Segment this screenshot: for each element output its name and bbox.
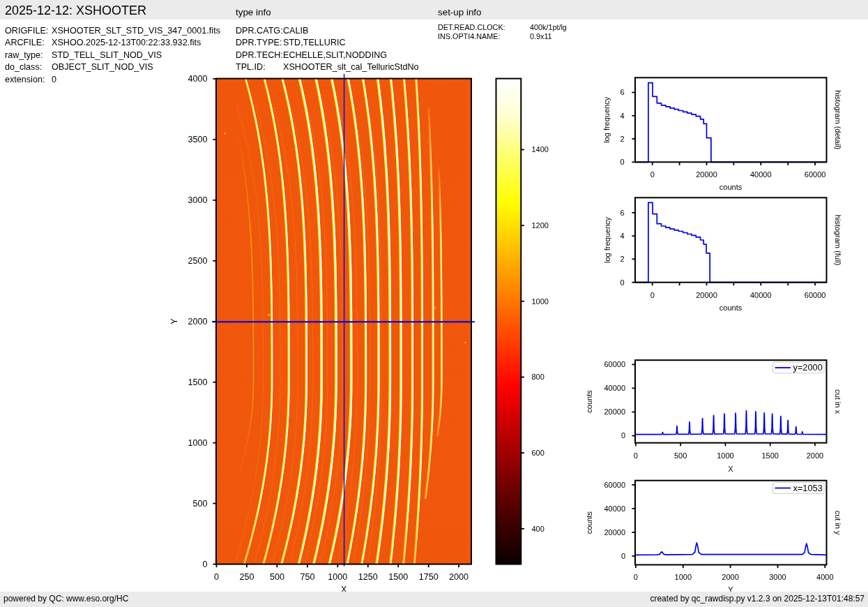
svg-text:x=1053: x=1053 xyxy=(793,483,823,493)
svg-text:600: 600 xyxy=(532,449,545,457)
svg-text:500: 500 xyxy=(270,572,284,582)
svg-text:2000: 2000 xyxy=(449,572,469,582)
svg-text:4000: 4000 xyxy=(188,74,207,84)
svg-text:counts: counts xyxy=(719,304,743,312)
svg-text:3000: 3000 xyxy=(188,195,207,205)
svg-text:1000: 1000 xyxy=(675,573,692,581)
svg-text:cut in y: cut in y xyxy=(834,511,842,535)
svg-text:1250: 1250 xyxy=(358,572,378,582)
svg-text:2000: 2000 xyxy=(807,451,823,460)
svg-text:histogram (detail): histogram (detail) xyxy=(834,90,842,149)
svg-text:400: 400 xyxy=(532,525,545,533)
svg-text:0: 0 xyxy=(650,291,655,299)
svg-text:6: 6 xyxy=(620,209,624,217)
svg-text:2000: 2000 xyxy=(188,317,207,327)
svg-text:20000: 20000 xyxy=(696,291,717,299)
svg-text:0: 0 xyxy=(634,573,638,581)
svg-text:40000: 40000 xyxy=(750,291,772,299)
svg-text:counts: counts xyxy=(719,183,743,191)
svg-text:1000: 1000 xyxy=(532,297,549,306)
svg-text:500: 500 xyxy=(192,499,207,509)
svg-text:counts: counts xyxy=(585,511,593,534)
svg-text:y=2000: y=2000 xyxy=(793,362,823,373)
svg-text:1000: 1000 xyxy=(188,438,207,448)
svg-text:60000: 60000 xyxy=(805,291,826,299)
svg-text:20000: 20000 xyxy=(604,528,625,537)
svg-text:0: 0 xyxy=(621,552,625,560)
svg-text:1500: 1500 xyxy=(188,377,207,387)
svg-text:0: 0 xyxy=(202,560,207,569)
svg-text:250: 250 xyxy=(239,572,254,582)
svg-text:3000: 3000 xyxy=(769,573,786,581)
svg-text:1500: 1500 xyxy=(761,451,778,460)
svg-text:40000: 40000 xyxy=(750,170,772,179)
svg-text:0: 0 xyxy=(620,158,624,166)
svg-text:4000: 4000 xyxy=(816,573,833,581)
svg-text:0: 0 xyxy=(214,572,219,582)
svg-text:40000: 40000 xyxy=(604,504,625,513)
svg-text:2: 2 xyxy=(620,255,624,263)
svg-text:750: 750 xyxy=(300,572,314,582)
svg-text:3500: 3500 xyxy=(188,135,207,144)
svg-text:log frequency: log frequency xyxy=(603,96,611,143)
svg-text:20000: 20000 xyxy=(696,170,717,179)
svg-text:800: 800 xyxy=(532,373,545,381)
svg-text:0: 0 xyxy=(621,431,625,440)
svg-text:20000: 20000 xyxy=(604,407,625,416)
svg-text:histogram (full): histogram (full) xyxy=(834,215,842,266)
svg-text:60000: 60000 xyxy=(805,170,826,179)
svg-text:1200: 1200 xyxy=(532,221,549,230)
svg-text:0: 0 xyxy=(650,170,655,179)
svg-text:Y: Y xyxy=(169,318,179,324)
svg-text:1750: 1750 xyxy=(419,572,439,582)
svg-text:40000: 40000 xyxy=(604,384,625,392)
svg-text:0: 0 xyxy=(634,451,638,460)
svg-text:4: 4 xyxy=(620,112,624,120)
svg-text:60000: 60000 xyxy=(604,481,625,489)
svg-text:counts: counts xyxy=(585,390,593,413)
svg-text:2: 2 xyxy=(620,135,624,143)
svg-text:1000: 1000 xyxy=(328,572,347,582)
svg-text:60000: 60000 xyxy=(604,360,625,368)
svg-text:500: 500 xyxy=(674,451,687,460)
svg-text:1500: 1500 xyxy=(388,572,408,582)
svg-text:log frequency: log frequency xyxy=(603,216,611,263)
svg-text:2000: 2000 xyxy=(722,573,738,581)
svg-text:4: 4 xyxy=(620,232,624,240)
svg-text:2500: 2500 xyxy=(188,256,207,266)
svg-text:X: X xyxy=(728,465,733,473)
svg-text:6: 6 xyxy=(620,88,624,96)
svg-text:1000: 1000 xyxy=(717,451,733,460)
svg-text:0: 0 xyxy=(620,278,624,287)
svg-text:1400: 1400 xyxy=(532,145,549,153)
svg-text:cut in x: cut in x xyxy=(834,389,842,414)
